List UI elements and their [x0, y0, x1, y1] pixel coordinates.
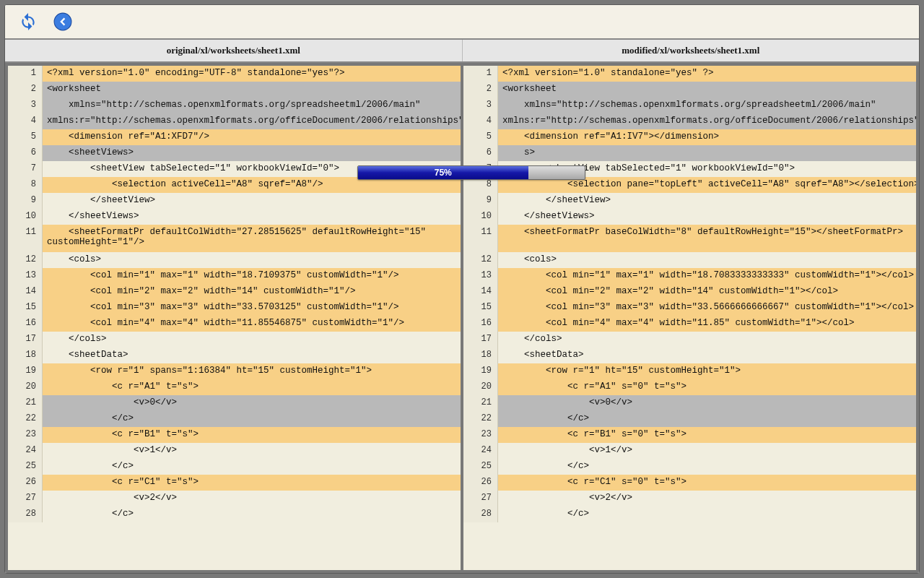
diff-row[interactable]: 9 </sheetView> — [463, 193, 916, 209]
line-number: 7 — [8, 161, 43, 177]
diff-row[interactable]: 21 <v>0</v> — [8, 395, 461, 411]
code-line: </c> — [498, 459, 916, 475]
diff-row[interactable]: 4xmlns:r="http://schemas.openxmlformats.… — [463, 113, 916, 129]
code-line: xmlns="http://schemas.openxmlformats.org… — [43, 98, 461, 113]
diff-row[interactable]: 16 <col min="4" max="4" width="11.855468… — [8, 316, 461, 332]
line-number: 19 — [8, 363, 43, 379]
diff-row[interactable]: 4xmlns:r="http://schemas.openxmlformats.… — [8, 113, 461, 129]
diff-row[interactable]: 22 </c> — [8, 411, 461, 427]
diff-row[interactable]: 10 </sheetViews> — [463, 209, 916, 225]
line-number: 12 — [463, 252, 498, 268]
diff-row[interactable]: 20 <c r="A1" t="s"> — [8, 379, 461, 395]
line-number: 23 — [8, 427, 43, 443]
line-number: 6 — [8, 145, 43, 161]
code-line: </c> — [498, 411, 916, 427]
diff-row[interactable]: 17 </cols> — [8, 332, 461, 348]
diff-row[interactable]: 1<?xml version="1.0" encoding="UTF-8" st… — [8, 66, 461, 82]
diff-row[interactable]: 11 <sheetFormatPr defaultColWidth="27.28… — [8, 225, 461, 252]
diff-row[interactable]: 26 <c r="C1" t="s"> — [8, 475, 461, 491]
diff-row[interactable]: 12 <cols> — [8, 252, 461, 268]
diff-row[interactable]: 23 <c r="B1" t="s"> — [8, 427, 461, 443]
diff-row[interactable]: 14 <col min="2" max="2" width="14" custo… — [8, 284, 461, 300]
code-line: <c r="C1" s="0" t="s"> — [498, 475, 916, 491]
diff-row[interactable]: 24 <v>1</v> — [463, 443, 916, 459]
diff-row[interactable]: 27 <v>2</v> — [463, 491, 916, 506]
refresh-icon — [19, 12, 38, 31]
refresh-button[interactable] — [18, 12, 38, 32]
diff-row[interactable]: 18 <sheetData> — [463, 348, 916, 363]
diff-row[interactable]: 3 xmlns="http://schemas.openxmlformats.o… — [463, 98, 916, 113]
diff-row[interactable]: 1<?xml version="1.0" standalone="yes" ?> — [463, 66, 916, 82]
diff-row[interactable]: 17 </cols> — [463, 332, 916, 348]
code-line: <col min="2" max="2" width="14" customWi… — [498, 284, 916, 300]
diff-row[interactable]: 21 <v>0</v> — [463, 395, 916, 411]
line-number: 16 — [463, 316, 498, 332]
diff-row[interactable]: 24 <v>1</v> — [8, 443, 461, 459]
right-pane[interactable]: 1<?xml version="1.0" standalone="yes" ?>… — [463, 66, 916, 570]
code-line: </sheetView> — [498, 193, 916, 209]
code-line: </c> — [498, 506, 916, 522]
diff-row[interactable]: 2<worksheet — [8, 82, 461, 98]
diff-row[interactable]: 11 <sheetFormatPr baseColWidth="8" defau… — [463, 225, 916, 252]
code-line: <v>2</v> — [43, 491, 461, 506]
diff-row[interactable]: 14 <col min="2" max="2" width="14" custo… — [463, 284, 916, 300]
diff-row[interactable]: 5 <dimension ref="A1:IV7"></dimension> — [463, 129, 916, 145]
code-line: xmlns="http://schemas.openxmlformats.org… — [498, 98, 916, 113]
line-number: 2 — [463, 82, 498, 98]
diff-row[interactable]: 3 xmlns="http://schemas.openxmlformats.o… — [8, 98, 461, 113]
diff-row[interactable]: 25 </c> — [8, 459, 461, 475]
diff-row[interactable]: 27 <v>2</v> — [8, 491, 461, 506]
diff-row[interactable]: 26 <c r="C1" s="0" t="s"> — [463, 475, 916, 491]
code-line: <worksheet — [498, 82, 916, 98]
diff-row[interactable]: 13 <col min="1" max="1" width="18.708333… — [463, 268, 916, 284]
diff-row[interactable]: 25 </c> — [463, 459, 916, 475]
app-frame: original/xl/worksheets/sheet1.xml modifi… — [0, 0, 924, 578]
diff-row[interactable]: 23 <c r="B1" s="0" t="s"> — [463, 427, 916, 443]
line-number: 13 — [463, 268, 498, 284]
line-number: 1 — [8, 66, 43, 82]
diff-row[interactable]: 19 <row r="1" spans="1:16384" ht="15" cu… — [8, 363, 461, 379]
diff-row[interactable]: 28 </c> — [463, 506, 916, 522]
diff-row[interactable]: 6 <sheetViews> — [8, 145, 461, 161]
code-line: <?xml version="1.0" standalone="yes" ?> — [498, 66, 916, 82]
line-number: 5 — [8, 129, 43, 145]
toolbar — [5, 5, 919, 40]
code-line: <sheetData> — [43, 348, 461, 363]
diff-row[interactable]: 28 </c> — [8, 506, 461, 522]
code-line: <col min="1" max="1" width="18.7109375" … — [43, 268, 461, 284]
line-number: 13 — [8, 268, 43, 284]
back-button[interactable] — [53, 12, 73, 32]
diff-row[interactable]: 18 <sheetData> — [8, 348, 461, 363]
line-number: 2 — [8, 82, 43, 98]
diff-row[interactable]: 12 <cols> — [463, 252, 916, 268]
diff-row[interactable]: 15 <col min="3" max="3" width="33.570312… — [8, 300, 461, 316]
code-line: </c> — [43, 459, 461, 475]
line-number: 18 — [8, 348, 43, 363]
code-line: <col min="2" max="2" width="14" customWi… — [43, 284, 461, 300]
line-number: 14 — [8, 284, 43, 300]
line-number: 21 — [463, 395, 498, 411]
left-pane[interactable]: 1<?xml version="1.0" encoding="UTF-8" st… — [8, 66, 461, 570]
diff-row[interactable]: 20 <c r="A1" s="0" t="s"> — [463, 379, 916, 395]
diff-row[interactable]: 22 </c> — [463, 411, 916, 427]
code-line: <v>0</v> — [498, 395, 916, 411]
diff-row[interactable]: 5 <dimension ref="A1:XFD7"/> — [8, 129, 461, 145]
diff-body: 1<?xml version="1.0" encoding="UTF-8" st… — [5, 63, 919, 573]
code-line: </sheetViews> — [498, 209, 916, 225]
svg-point-0 — [54, 13, 71, 30]
diff-row[interactable]: 16 <col min="4" max="4" width="11.85" cu… — [463, 316, 916, 332]
code-line: <col min="3" max="3" width="33.566666666… — [498, 300, 916, 316]
diff-row[interactable]: 2<worksheet — [463, 82, 916, 98]
line-number: 9 — [463, 193, 498, 209]
diff-row[interactable]: 6 s> — [463, 145, 916, 161]
code-line: </cols> — [498, 332, 916, 348]
line-number: 27 — [463, 491, 498, 506]
diff-row[interactable]: 9 </sheetView> — [8, 193, 461, 209]
diff-row[interactable]: 10 </sheetViews> — [8, 209, 461, 225]
code-line: <c r="A1" t="s"> — [43, 379, 461, 395]
code-line: </sheetView> — [43, 193, 461, 209]
code-line: <?xml version="1.0" encoding="UTF-8" sta… — [43, 66, 461, 82]
diff-row[interactable]: 15 <col min="3" max="3" width="33.566666… — [463, 300, 916, 316]
diff-row[interactable]: 13 <col min="1" max="1" width="18.710937… — [8, 268, 461, 284]
diff-row[interactable]: 19 <row r="1" ht="15" customHeight="1"> — [463, 363, 916, 379]
